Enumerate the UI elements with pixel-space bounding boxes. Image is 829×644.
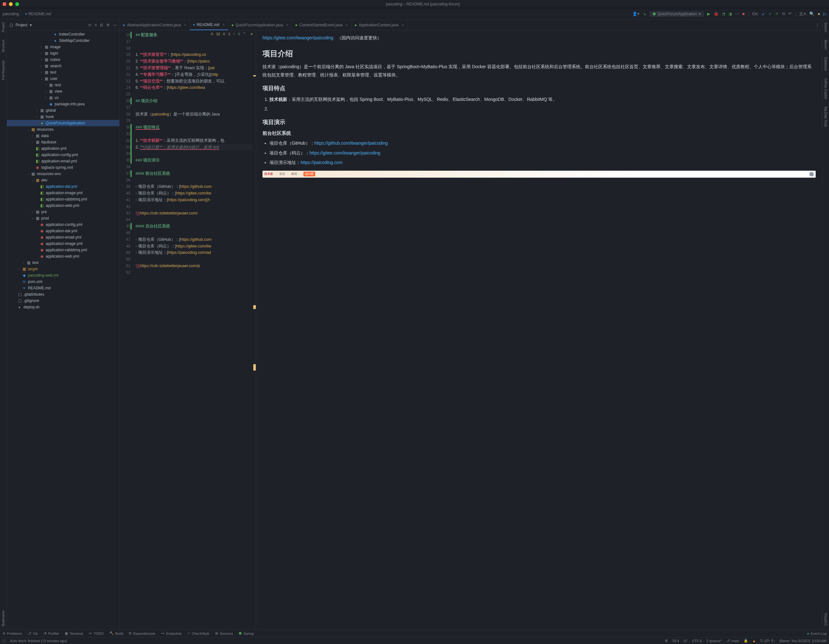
code-line[interactable] xyxy=(136,150,256,157)
minimize-window-button[interactable] xyxy=(9,2,13,6)
collapse-all-icon[interactable]: ⊟ xyxy=(100,23,103,27)
tree-row[interactable]: ›▦liquibase xyxy=(7,139,119,145)
gutter-line-number[interactable]: 31 xyxy=(120,131,131,137)
rail-search[interactable]: Search xyxy=(824,22,827,32)
gutter-line-number[interactable]: 38 xyxy=(120,177,131,184)
rail-structure[interactable]: Structure xyxy=(2,39,5,53)
lock-icon[interactable]: 🔒 xyxy=(744,639,748,643)
code-line[interactable]: 2. **UI设计新**：采用全新的UI设计，采用 Ant xyxy=(136,144,256,151)
tree-row[interactable]: ›▦hook xyxy=(7,113,119,120)
gutter-line-number[interactable]: 37 xyxy=(120,170,131,177)
gutter-line-number[interactable]: 49 xyxy=(120,249,131,256)
breadcrumb-file[interactable]: README.md xyxy=(28,12,51,16)
tree-row[interactable]: ▢.gitattributes xyxy=(7,291,119,298)
markdown-preview[interactable]: https://gitee.com/itwanger/paicoding （国内… xyxy=(256,30,822,630)
tree-row[interactable]: ›▦test xyxy=(7,260,119,266)
tree-arrow-icon[interactable]: › xyxy=(45,83,48,87)
code-line[interactable]: #### 后台社区系统 xyxy=(136,223,256,230)
demo-link[interactable]: https://paicoding.com xyxy=(301,160,342,165)
expand-all-icon[interactable]: ≡ xyxy=(95,23,97,27)
gitee-link[interactable]: https://gitee.com/itwanger/paicoding xyxy=(262,35,333,40)
tree-row[interactable]: ◉application-web.yml xyxy=(7,253,119,260)
close-window-button[interactable] xyxy=(3,2,6,6)
code-line[interactable]: 6. **码云仓库**：[https://gitee.com/itwa xyxy=(136,84,256,91)
code-line[interactable]: 技术派（paicoding）是一个前后端分离的 Java xyxy=(136,111,256,118)
tool-profiler[interactable]: ◔Profiler xyxy=(44,631,59,635)
tree-row[interactable]: ›▦data xyxy=(7,132,119,139)
code-line[interactable]: ![](https://cdn.tobebetterjavaer.com/ xyxy=(136,210,256,217)
code-line[interactable]: - 项目仓库（码云）：[https://gitee.com/itw xyxy=(136,243,256,250)
tool-spring[interactable]: ⬢Spring xyxy=(239,631,254,635)
tree-arrow-icon[interactable]: › xyxy=(41,71,44,74)
status-indent[interactable]: 2 spaces* xyxy=(706,639,722,643)
gutter-line-number[interactable]: 36 xyxy=(120,164,131,170)
code-line[interactable]: 1. **技术派首页**：[https://paicoding.co xyxy=(136,51,256,58)
git-history-icon[interactable]: ⟲ xyxy=(782,11,785,16)
code-line[interactable]: ### 项目演示 xyxy=(136,157,256,164)
tool-git[interactable]: ⎇Git xyxy=(27,631,38,635)
tree-row[interactable]: ◉application-image.yml xyxy=(7,241,119,247)
code-editor[interactable]: ⚠12 ⚠1 ✓6 ⌃ ≡ 16171819202122232425262728… xyxy=(120,30,256,630)
code-line[interactable] xyxy=(136,177,256,184)
git-update-icon[interactable]: ↙ xyxy=(762,11,765,16)
tree-arrow-icon[interactable]: › xyxy=(32,210,35,214)
tree-row[interactable]: ›▦pre xyxy=(7,209,119,215)
git-rollback-icon[interactable]: ↶ xyxy=(788,11,792,16)
gutter-line-number[interactable]: 44 xyxy=(120,216,131,223)
code-line[interactable] xyxy=(136,256,256,263)
tree-row[interactable]: ◧application-image.yml xyxy=(7,190,119,196)
gutter-line-number[interactable]: 30 xyxy=(120,124,131,131)
gutter-line-number[interactable]: 26 xyxy=(120,98,131,104)
tree-row[interactable]: ⌄▦resources-env xyxy=(7,171,119,177)
rail-project[interactable]: Project xyxy=(2,22,5,32)
status-line-ending[interactable]: LF xyxy=(683,639,687,643)
tree-row[interactable]: ●IndexController xyxy=(7,31,119,38)
memory-icon[interactable]: ⊞ xyxy=(665,639,668,643)
gutter-line-number[interactable]: 48 xyxy=(120,243,131,250)
code-line[interactable]: #### 前台社区系统 xyxy=(136,170,256,177)
dropdown-icon[interactable]: ▾ xyxy=(30,23,32,27)
code-line[interactable] xyxy=(136,91,256,98)
git-commit-icon[interactable]: ✓ xyxy=(768,11,772,16)
gutter-line-number[interactable]: 23 xyxy=(120,78,131,85)
editor-tab[interactable]: ●QuickForumApplication.java× xyxy=(228,20,292,30)
tree-arrow-icon[interactable]: › xyxy=(45,96,48,99)
gutter-line-number[interactable]: 34 xyxy=(120,150,131,157)
gutter-line-number[interactable]: 42 xyxy=(120,203,131,210)
gutter-line-number[interactable]: 35 xyxy=(120,157,131,164)
tree-arrow-icon[interactable]: › xyxy=(41,65,44,68)
gutter-line-number[interactable]: 45 xyxy=(120,223,131,230)
profile-icon[interactable]: ◑ xyxy=(728,11,732,16)
git-branch-widget[interactable]: ⎇ main xyxy=(726,639,739,643)
gutter-line-number[interactable]: 32 xyxy=(120,137,131,144)
tree-row[interactable]: ◆paicoding-web.iml xyxy=(7,272,119,279)
tree-row[interactable]: ◧application-dal.yml xyxy=(7,183,119,190)
code-body[interactable]: 1617181920212223242526272829303132333435… xyxy=(120,30,256,630)
code-line[interactable]: - 项目仓库（GitHub）：[https://github.com xyxy=(136,183,256,190)
rail-bookmarks[interactable]: Bookmarks xyxy=(2,610,5,626)
gutter-line-number[interactable]: 39 xyxy=(120,183,131,190)
tree-arrow-icon[interactable]: › xyxy=(41,58,44,61)
gutter-line-number[interactable]: 17 xyxy=(120,38,131,45)
tree-row[interactable]: ›▦login xyxy=(7,50,119,57)
ide-updates-icon[interactable]: ● xyxy=(818,11,820,16)
code-lines[interactable]: ## 配套服务1. **技术派首页**：[https://paicoding.c… xyxy=(136,32,256,630)
tree-row[interactable]: ›▦notice xyxy=(7,57,119,63)
tool-services[interactable]: ⊞Services xyxy=(215,631,233,635)
maximize-window-button[interactable] xyxy=(15,2,19,6)
tool-endpoints[interactable]: ⊶Endpoints xyxy=(161,631,181,635)
tree-row[interactable]: ›▦view xyxy=(7,88,119,94)
run-icon[interactable]: ▶ xyxy=(707,11,710,16)
reader-mode-icon[interactable]: ≡ xyxy=(251,32,253,36)
code-line[interactable]: 1. **技术栈新**：采用主流的互联网技术架构，包 xyxy=(136,137,256,144)
code-line[interactable]: 2. **技术派全套学习教程**：[https://paico xyxy=(136,58,256,65)
code-line[interactable] xyxy=(136,164,256,170)
gutter-line-number[interactable]: 51▭ xyxy=(120,263,131,269)
tree-arrow-icon[interactable]: › xyxy=(41,46,44,49)
github-link[interactable]: https://github.com/itwanger/paicoding xyxy=(315,140,388,146)
tree-arrow-icon[interactable]: › xyxy=(18,268,22,271)
tree-row[interactable]: ⌄▦prod xyxy=(7,215,119,222)
close-tab-icon[interactable]: × xyxy=(346,23,348,27)
code-line[interactable]: ![](https://cdn.tobebetterjavaer.com/p xyxy=(136,263,256,269)
tool-terminal[interactable]: ▣Terminal xyxy=(65,631,83,635)
